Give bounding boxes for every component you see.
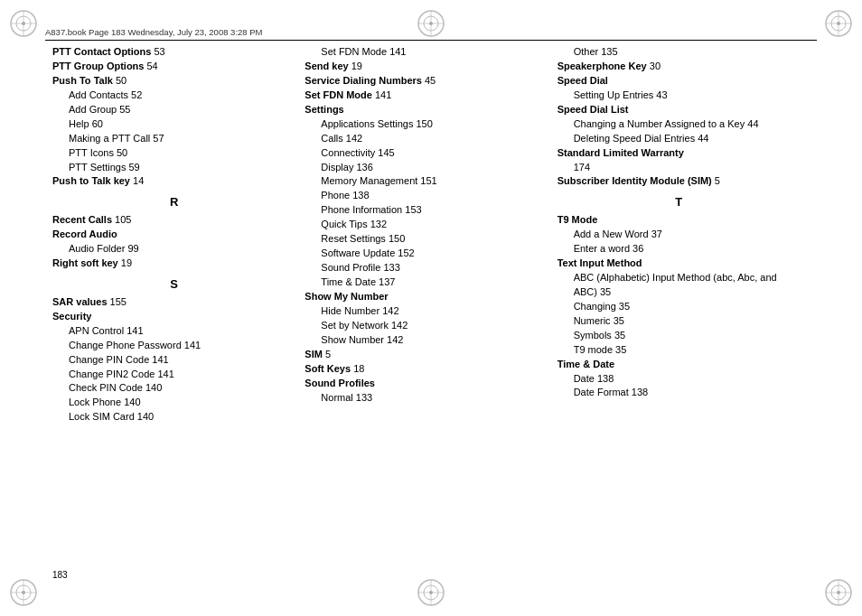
list-item: Subscriber Identity Module (SIM) 5 bbox=[557, 174, 801, 189]
index-bold-term: Standard Limited Warranty bbox=[557, 147, 684, 158]
index-indent-term: Set FDN Mode 141 bbox=[305, 45, 548, 60]
list-item: Security bbox=[52, 310, 295, 324]
list-item: Push to Talk key 14 bbox=[52, 174, 295, 189]
list-item: Sound Profiles bbox=[305, 377, 548, 391]
index-bold-term: Speed Dial List bbox=[557, 104, 629, 115]
index-indent-term: Symbols 35 bbox=[557, 329, 801, 343]
bottom-center-decoration bbox=[415, 576, 447, 609]
index-bold-term: SIM bbox=[305, 349, 323, 359]
index-indent-term: Making a PTT Call 57 bbox=[52, 132, 295, 146]
corner-decoration-bl bbox=[7, 576, 40, 609]
index-page-number: 30 bbox=[647, 61, 661, 71]
index-bold-term: Settings bbox=[305, 104, 343, 115]
list-item: Time & Date bbox=[557, 358, 801, 372]
list-item: Right soft key 19 bbox=[52, 257, 295, 271]
svg-point-29 bbox=[429, 591, 433, 594]
index-bold-term: Show My Number bbox=[305, 291, 388, 302]
list-item: Service Dialing Numbers 45 bbox=[305, 74, 548, 89]
index-bold-term: Speed Dial bbox=[557, 75, 608, 86]
index-bold-term: Right soft key bbox=[52, 257, 118, 268]
index-page-number: 18 bbox=[351, 363, 364, 374]
column-1: PTT Contact Options 53PTT Group Options … bbox=[52, 45, 305, 566]
list-item: Push To Talk 50 bbox=[52, 74, 295, 89]
index-indent-term: Change PIN Code 141 bbox=[52, 353, 295, 368]
index-bold-term: Push To Talk bbox=[52, 75, 113, 86]
index-bold-term: T9 Mode bbox=[557, 214, 598, 225]
list-item: Standard Limited Warranty bbox=[557, 146, 801, 161]
index-bold-term: Soft Keys bbox=[305, 363, 351, 374]
list-item: Text Input Method bbox=[557, 257, 801, 271]
page-number: 183 bbox=[52, 570, 68, 580]
index-indent-term: ABC (Alphabetic) Input Method (abc, Abc,… bbox=[557, 271, 801, 300]
list-item: Show My Number bbox=[305, 290, 548, 304]
index-indent-term: Deleting Speed Dial Entries 44 bbox=[557, 132, 801, 146]
index-page-number: 19 bbox=[118, 257, 132, 268]
index-indent-term: Changing 35 bbox=[557, 300, 801, 314]
index-indent-term: Add a New Word 37 bbox=[557, 228, 801, 242]
index-indent-term: PTT Icons 50 bbox=[52, 146, 295, 161]
index-bold-term: PTT Group Options bbox=[52, 61, 144, 71]
index-indent-term: 174 bbox=[557, 161, 801, 175]
list-item: Set FDN Mode 141 bbox=[305, 89, 548, 103]
index-indent-term: Change Phone Password 141 bbox=[52, 339, 295, 353]
svg-point-24 bbox=[429, 22, 433, 25]
index-page-number: 54 bbox=[144, 61, 157, 71]
index-indent-term: Add Group 55 bbox=[52, 103, 295, 117]
index-indent-term: Quick Tips 132 bbox=[305, 218, 548, 232]
index-indent-term: APN Control 141 bbox=[52, 324, 295, 339]
index-bold-term: Security bbox=[52, 311, 91, 322]
list-item: Speed Dial bbox=[557, 74, 801, 89]
list-item: T9 Mode bbox=[557, 213, 801, 228]
index-bold-term: Time & Date bbox=[557, 359, 614, 369]
index-indent-term: Calls 142 bbox=[305, 132, 548, 146]
index-indent-term: Applications Settings 150 bbox=[305, 117, 548, 132]
index-indent-term: Connectivity 145 bbox=[305, 146, 548, 161]
list-item: SIM 5 bbox=[305, 348, 548, 362]
list-item: Recent Calls 105 bbox=[52, 213, 295, 228]
index-page-number: 5 bbox=[323, 349, 331, 359]
list-item: SAR values 155 bbox=[52, 295, 295, 310]
column-3: Other 135Speakerphone Key 30Speed DialSe… bbox=[557, 45, 810, 566]
svg-point-4 bbox=[22, 22, 25, 25]
list-item: Speed Dial List bbox=[557, 103, 801, 117]
index-bold-term: Text Input Method bbox=[557, 257, 642, 268]
index-indent-term: Numeric 35 bbox=[557, 314, 801, 329]
index-indent-term: Software Update 152 bbox=[305, 247, 548, 261]
index-indent-term: Normal 133 bbox=[305, 391, 548, 406]
index-page-number: 45 bbox=[422, 75, 436, 86]
svg-point-19 bbox=[837, 591, 840, 594]
index-indent-term: Set by Network 142 bbox=[305, 319, 548, 333]
header-bar: A837.book Page 183 Wednesday, July 23, 2… bbox=[45, 27, 817, 41]
index-bold-term: Subscriber Identity Module (SIM) bbox=[557, 175, 712, 186]
corner-decoration-br bbox=[822, 576, 855, 609]
list-item: T bbox=[557, 194, 801, 211]
index-indent-term: Lock Phone 140 bbox=[52, 396, 295, 410]
index-page-number: 155 bbox=[108, 296, 126, 307]
index-page-number: 19 bbox=[349, 61, 362, 71]
header-text: A837.book Page 183 Wednesday, July 23, 2… bbox=[45, 27, 262, 37]
index-bold-term: Sound Profiles bbox=[305, 378, 375, 388]
svg-point-14 bbox=[22, 591, 25, 594]
index-indent-term: Phone Information 153 bbox=[305, 203, 548, 218]
index-indent-term: Date Format 138 bbox=[557, 386, 801, 400]
index-indent-term: Date 138 bbox=[557, 372, 801, 387]
list-item: Soft Keys 18 bbox=[305, 362, 548, 377]
list-item: Record Audio bbox=[52, 228, 295, 242]
corner-decoration-tr bbox=[822, 7, 855, 40]
list-item: Send key 19 bbox=[305, 60, 548, 74]
index-indent-term: Enter a word 36 bbox=[557, 242, 801, 257]
list-item: Speakerphone Key 30 bbox=[557, 60, 801, 74]
index-page-number: 50 bbox=[113, 75, 126, 86]
index-page-number: 105 bbox=[112, 214, 131, 225]
index-indent-term: Sound Profile 133 bbox=[305, 261, 548, 275]
corner-decoration-tl bbox=[7, 7, 40, 40]
index-indent-term: Check PIN Code 140 bbox=[52, 381, 295, 396]
index-indent-term: Reset Settings 150 bbox=[305, 232, 548, 247]
index-page-number: 5 bbox=[712, 175, 720, 186]
index-bold-term: SAR values bbox=[52, 296, 108, 307]
index-bold-term: Send key bbox=[305, 61, 348, 71]
index-indent-term: Changing a Number Assigned to a Key 44 bbox=[557, 117, 801, 132]
index-indent-term: Show Number 142 bbox=[305, 333, 548, 348]
index-indent-term: Add Contacts 52 bbox=[52, 89, 295, 103]
index-bold-term: PTT Contact Options bbox=[52, 46, 151, 57]
